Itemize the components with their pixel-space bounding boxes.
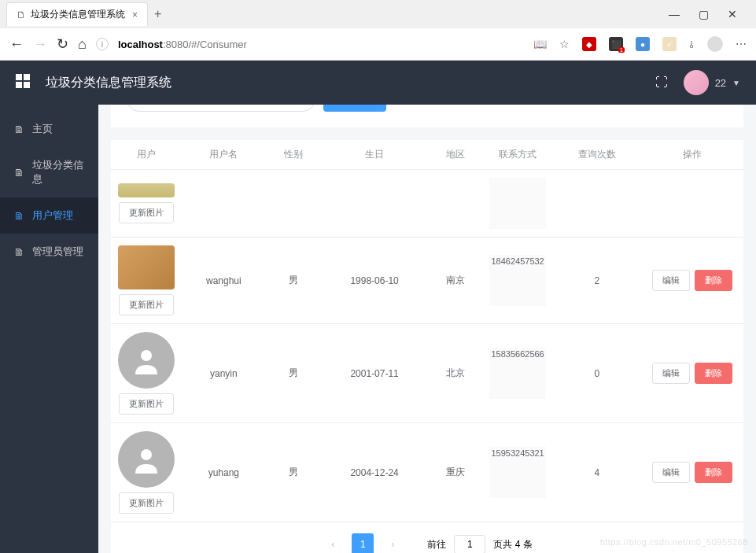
fullscreen-icon[interactable]: ⛶ — [655, 76, 668, 90]
cell-contact[interactable]: 18462457532 — [489, 255, 546, 306]
app-title: 垃圾分类信息管理系统 — [46, 75, 171, 91]
cell-contact[interactable] — [489, 178, 546, 229]
next-page-button[interactable]: › — [382, 533, 404, 553]
sidebar-label: 管理员管理 — [32, 245, 83, 259]
document-icon: 🗎 — [14, 210, 24, 222]
goto-label: 前往 — [427, 538, 446, 551]
prev-page-button[interactable]: ‹ — [322, 533, 344, 553]
extension-icon-2[interactable]: ● — [636, 37, 650, 51]
maximize-button[interactable]: ▢ — [699, 8, 709, 20]
browser-chrome: 🗋 垃圾分类信息管理系统 × + — ▢ ✕ ← → ↻ ⌂ i localho… — [0, 0, 756, 61]
menu-icon[interactable] — [16, 74, 30, 91]
svg-point-5 — [141, 449, 152, 460]
cell-count: 2 — [552, 238, 641, 324]
cell-username: yanyin — [182, 324, 266, 423]
sidebar: 🗎 主页 🗎 垃圾分类信息 🗎 用户管理 🗎 管理员管理 — [0, 105, 98, 553]
search-input[interactable] — [127, 105, 315, 112]
table-row: 更新图片 wanghui 男 1998-06-10 南京 18462457532… — [111, 238, 743, 324]
col-user: 用户 — [111, 140, 182, 170]
avatar-placeholder — [118, 332, 175, 389]
cell-gender — [266, 170, 321, 238]
content-area: 添加用户 用户 用户名 性别 生日 地区 联系方式 查询次数 — [98, 105, 756, 553]
users-table: 用户 用户名 性别 生日 地区 联系方式 查询次数 操作 更新图片 — [111, 140, 743, 522]
extension-icon-3[interactable]: ✓ — [662, 37, 677, 51]
close-window-button[interactable]: ✕ — [728, 8, 737, 20]
update-image-button[interactable]: 更新图片 — [119, 393, 174, 415]
info-icon[interactable]: i — [96, 38, 109, 50]
cell-birthday — [321, 170, 428, 238]
cell-count: 0 — [552, 324, 641, 423]
edit-button[interactable]: 编辑 — [652, 363, 690, 384]
cell-region: 重庆 — [428, 423, 483, 522]
table-row: 更新图片 yanyin 男 2001-07-11 北京 15835662566 … — [111, 324, 743, 423]
page-icon: 🗋 — [17, 9, 26, 20]
svg-rect-2 — [16, 82, 22, 88]
col-count: 查询次数 — [552, 140, 641, 170]
browser-tab[interactable]: 🗋 垃圾分类信息管理系统 × — [6, 2, 148, 26]
update-image-button[interactable]: 更新图片 — [119, 492, 174, 514]
adblock-icon[interactable]: ◆ — [582, 37, 596, 51]
cell-contact[interactable]: 15835662566 — [489, 348, 546, 399]
url-path: :8080/#/Consumer — [163, 39, 247, 50]
svg-point-4 — [141, 350, 152, 361]
favorites-bar-icon[interactable]: ⫰ — [689, 38, 695, 50]
cell-gender: 男 — [266, 324, 321, 423]
user-avatar[interactable] — [684, 70, 709, 95]
search-panel: 添加用户 — [111, 105, 743, 127]
add-user-button[interactable]: 添加用户 — [323, 105, 386, 112]
update-image-button[interactable]: 更新图片 — [119, 294, 174, 315]
minimize-button[interactable]: — — [669, 8, 680, 20]
delete-button[interactable]: 删除 — [695, 270, 732, 291]
cell-region: 北京 — [428, 324, 483, 423]
favorite-icon[interactable]: ☆ — [559, 38, 570, 50]
avatar-image — [118, 183, 175, 197]
total-label: 页共 4 条 — [493, 538, 532, 551]
cell-username: yuhang — [182, 423, 266, 522]
url-box[interactable]: localhost:8080/#/Consumer — [118, 39, 524, 50]
svg-rect-1 — [24, 74, 30, 80]
user-label: 22 — [715, 77, 726, 89]
sidebar-item-admin-management[interactable]: 🗎 管理员管理 — [0, 234, 98, 270]
cell-contact[interactable]: 15953245321 — [489, 447, 546, 498]
col-birthday: 生日 — [321, 140, 428, 170]
cell-region — [428, 170, 483, 238]
sidebar-label: 主页 — [32, 122, 53, 136]
more-icon[interactable]: ⋯ — [736, 38, 747, 50]
document-icon: 🗎 — [14, 167, 24, 179]
goto-page-input[interactable] — [454, 535, 485, 553]
refresh-button[interactable]: ↻ — [57, 35, 68, 53]
new-tab-button[interactable]: + — [154, 7, 161, 21]
cell-birthday: 1998-06-10 — [321, 238, 428, 324]
close-tab-icon[interactable]: × — [132, 9, 138, 20]
page-number[interactable]: 1 — [352, 533, 374, 553]
back-button[interactable]: ← — [9, 36, 24, 53]
chevron-down-icon[interactable]: ▼ — [732, 79, 740, 87]
table-panel: 用户 用户名 性别 生日 地区 联系方式 查询次数 操作 更新图片 — [111, 140, 743, 553]
update-image-button[interactable]: 更新图片 — [119, 202, 174, 223]
col-username: 用户名 — [182, 140, 266, 170]
watermark: https://blog.csdn.net/m0_50955268 — [600, 537, 748, 547]
profile-icon[interactable] — [707, 36, 723, 52]
cell-count: 4 — [552, 423, 641, 522]
reader-mode-icon[interactable]: 📖 — [533, 38, 547, 50]
table-row: 更新图片 yuhang 男 2004-12-24 重庆 15953245321 … — [111, 423, 743, 522]
cell-birthday: 2001-07-11 — [321, 324, 428, 423]
url-host: localhost — [118, 39, 163, 50]
edit-button[interactable]: 编辑 — [652, 270, 690, 291]
sidebar-label: 用户管理 — [32, 208, 73, 223]
sidebar-item-home[interactable]: 🗎 主页 — [0, 111, 98, 147]
sidebar-item-classification[interactable]: 🗎 垃圾分类信息 — [0, 147, 98, 197]
home-button[interactable]: ⌂ — [78, 36, 87, 53]
tab-title: 垃圾分类信息管理系统 — [31, 8, 125, 21]
delete-button[interactable]: 删除 — [695, 462, 732, 483]
delete-button[interactable]: 删除 — [695, 363, 732, 384]
cell-username: wanghui — [182, 238, 266, 324]
document-icon: 🗎 — [14, 246, 24, 258]
extension-icon[interactable]: ⬛1 — [609, 37, 623, 51]
edit-button[interactable]: 编辑 — [652, 462, 690, 483]
sidebar-label: 垃圾分类信息 — [32, 158, 84, 186]
tab-bar: 🗋 垃圾分类信息管理系统 × + — ▢ ✕ — [0, 0, 756, 28]
svg-rect-0 — [16, 74, 22, 80]
sidebar-item-user-management[interactable]: 🗎 用户管理 — [0, 197, 98, 234]
forward-button[interactable]: → — [33, 36, 47, 53]
